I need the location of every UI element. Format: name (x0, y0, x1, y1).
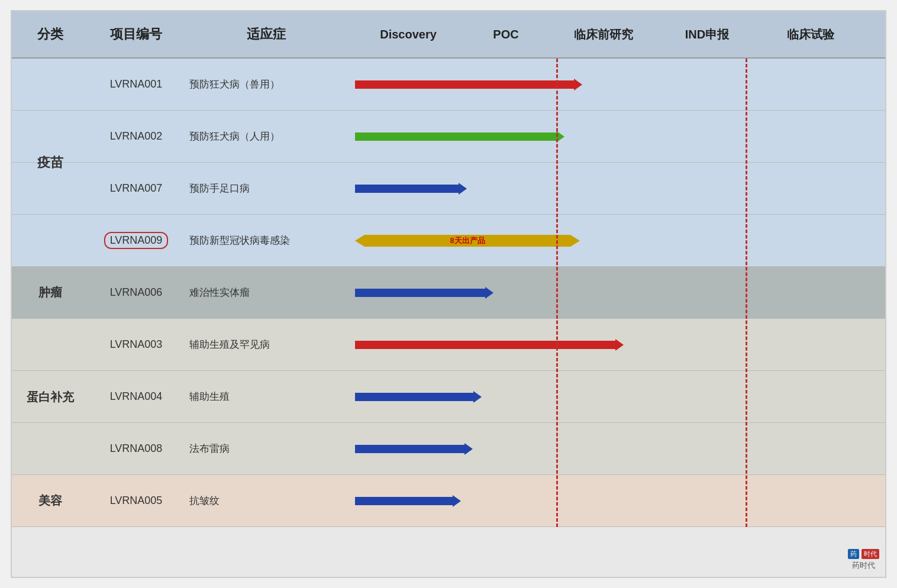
header-category: 分类 (12, 25, 89, 43)
timeline-lvrna001 (349, 59, 885, 110)
timeline-lvrna006 (349, 267, 885, 318)
logo-badge-pharma: 药 (848, 549, 859, 559)
header-ind: IND申报 (663, 11, 751, 58)
id-lvrna008: LVRNA008 (89, 442, 183, 455)
timeline-lvrna003 (349, 319, 885, 370)
header-indication: 适应症 (183, 25, 349, 43)
indication-lvrna005: 抗皱纹 (183, 494, 349, 508)
logo-badge-time: 时代 (861, 549, 879, 559)
indication-lvrna007: 预防手足口病 (183, 182, 349, 195)
timeline-lvrna004 (349, 371, 885, 422)
header-clinical: 临床试验 (751, 11, 870, 58)
row-lvrna008: LVRNA008 法布雷病 (12, 423, 885, 475)
id-lvrna001: LVRNA001 (89, 78, 183, 91)
section-tumor: 肿瘤 LVRNA006 难治性实体瘤 (12, 267, 885, 319)
row-lvrna009: LVRNA009 预防新型冠状病毒感染 8天出产品 (12, 215, 885, 267)
indication-lvrna008: 法布雷病 (183, 442, 349, 455)
category-tumor: 肿瘤 (12, 285, 89, 301)
header-discovery: Discovery (349, 11, 467, 58)
id-lvrna003: LVRNA003 (89, 338, 183, 351)
indication-lvrna003: 辅助生殖及罕见病 (183, 338, 349, 351)
header-id: 项目编号 (89, 25, 183, 43)
table-wrapper: 分类 项目编号 适应症 Discovery POC 临床前研究 IND申报 临床… (12, 11, 885, 577)
row-lvrna006: 肿瘤 LVRNA006 难治性实体瘤 (12, 267, 885, 319)
indication-lvrna009: 预防新型冠状病毒感染 (183, 234, 349, 247)
header-row: 分类 项目编号 适应症 Discovery POC 临床前研究 IND申报 临床… (12, 11, 885, 59)
row-lvrna002: LVRNA002 预防狂犬病（人用） (12, 111, 885, 163)
indication-lvrna001: 预防狂犬病（兽用） (183, 77, 349, 91)
timeline-lvrna009: 8天出产品 (349, 215, 885, 266)
id-lvrna002: LVRNA002 (89, 130, 183, 143)
category-beauty: 美容 (12, 493, 89, 509)
row-lvrna007: LVRNA007 预防手足口病 (12, 163, 885, 215)
section-vaccine: 疫苗 LVRNA001 预防狂犬病（兽用） L (12, 59, 885, 267)
logo-area: 药 时代 药时代 (848, 549, 879, 571)
id-lvrna005: LVRNA005 (89, 495, 183, 507)
timeline-header: Discovery POC 临床前研究 IND申报 临床试验 (349, 11, 885, 58)
timeline-lvrna008 (349, 423, 885, 474)
main-container: 分类 项目编号 适应症 Discovery POC 临床前研究 IND申报 临床… (11, 10, 886, 578)
logo-text: 药时代 (848, 560, 879, 571)
id-lvrna009: LVRNA009 (89, 232, 183, 249)
section-beauty: 美容 LVRNA005 抗皱纹 (12, 475, 885, 527)
id-lvrna007: LVRNA007 (89, 182, 183, 195)
header-preclinical: 临床前研究 (544, 11, 663, 58)
indication-lvrna002: 预防狂犬病（人用） (183, 130, 349, 143)
id-lvrna006: LVRNA006 (89, 286, 183, 299)
data-sections: 疫苗 LVRNA001 预防狂犬病（兽用） L (12, 59, 885, 527)
yellow-bar-label: 8天出产品 (450, 235, 485, 246)
row-lvrna001: 疫苗 LVRNA001 预防狂犬病（兽用） (12, 59, 885, 111)
header-timeline: Discovery POC 临床前研究 IND申报 临床试验 (349, 11, 885, 58)
row-lvrna003: LVRNA003 辅助生殖及罕见病 (12, 319, 885, 371)
timeline-lvrna005 (349, 475, 885, 526)
row-lvrna004: LVRNA004 辅助生殖 (12, 371, 885, 423)
header-poc: POC (467, 11, 544, 58)
timeline-lvrna002 (349, 111, 885, 162)
indication-lvrna006: 难治性实体瘤 (183, 286, 349, 299)
row-lvrna005: 美容 LVRNA005 抗皱纹 (12, 475, 885, 527)
indication-lvrna004: 辅助生殖 (183, 390, 349, 403)
id-lvrna004: LVRNA004 (89, 390, 183, 403)
timeline-lvrna007 (349, 163, 885, 214)
section-protein: LVRNA003 辅助生殖及罕见病 LVRNA004 辅助生殖 (12, 319, 885, 475)
